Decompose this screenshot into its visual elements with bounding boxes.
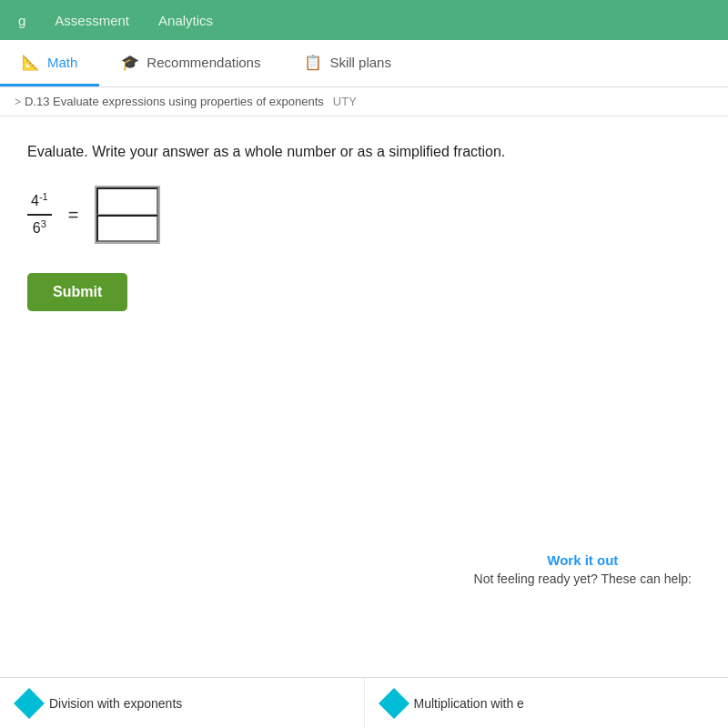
- submit-button[interactable]: Submit: [27, 273, 127, 311]
- top-nav-item-g[interactable]: g: [15, 4, 29, 37]
- tab-bar: 📐 Math 🎓 Recommendations 📋 Skill plans: [0, 40, 728, 87]
- top-nav: g Assessment Analytics: [0, 0, 728, 40]
- top-nav-item-assessment[interactable]: Assessment: [51, 4, 133, 37]
- denominator-base: 6: [33, 220, 41, 236]
- work-it-out-subtitle: Not feeling ready yet? These can help:: [474, 571, 692, 586]
- breadcrumb-arrow: >: [15, 96, 21, 108]
- tab-skill-plans[interactable]: 📋 Skill plans: [282, 40, 413, 86]
- fraction-expression: 4-1 63: [27, 190, 52, 238]
- main-content: Evaluate. Write your answer as a whole n…: [0, 116, 728, 677]
- work-it-out-title: Work it out: [474, 552, 692, 568]
- question-instruction: Evaluate. Write your answer as a whole n…: [27, 144, 701, 160]
- bottom-link-multiplication[interactable]: Multiplication with e: [365, 678, 729, 728]
- breadcrumb-code: UTY: [333, 95, 357, 108]
- work-it-out-section: Work it out Not feeling ready yet? These…: [474, 552, 692, 586]
- tab-math-label: Math: [47, 55, 77, 70]
- bottom-bar: Division with exponents Multiplication w…: [0, 677, 728, 728]
- bottom-link-division-label: Division with exponents: [49, 696, 182, 711]
- numerator-base: 4: [31, 194, 39, 209]
- diamond-icon-multiplication: [379, 688, 410, 719]
- math-area: 4-1 63 =: [27, 186, 701, 244]
- tab-skill-plans-label: Skill plans: [329, 55, 391, 70]
- fraction-numerator: 4-1: [27, 190, 52, 216]
- math-tab-icon: 📐: [22, 54, 40, 71]
- bottom-link-division[interactable]: Division with exponents: [0, 678, 365, 728]
- answer-fraction-input: [95, 186, 160, 244]
- tab-recommendations[interactable]: 🎓 Recommendations: [99, 40, 282, 86]
- answer-numerator-input[interactable]: [96, 187, 158, 215]
- equals-sign: =: [68, 205, 79, 226]
- denominator-exponent: 3: [41, 218, 46, 229]
- top-nav-item-analytics[interactable]: Analytics: [155, 4, 217, 37]
- tab-math[interactable]: 📐 Math: [0, 40, 99, 86]
- numerator-exponent: -1: [39, 191, 48, 202]
- fraction-denominator: 63: [29, 216, 50, 239]
- skill-plans-tab-icon: 📋: [304, 54, 322, 71]
- tab-recommendations-label: Recommendations: [147, 55, 260, 70]
- answer-denominator-input[interactable]: [96, 215, 158, 242]
- breadcrumb: > D.13 Evaluate expressions using proper…: [0, 87, 728, 116]
- breadcrumb-text: D.13 Evaluate expressions using properti…: [25, 95, 324, 108]
- bottom-link-multiplication-label: Multiplication with e: [414, 696, 524, 711]
- diamond-icon-division: [14, 688, 45, 719]
- recommendations-tab-icon: 🎓: [121, 54, 139, 71]
